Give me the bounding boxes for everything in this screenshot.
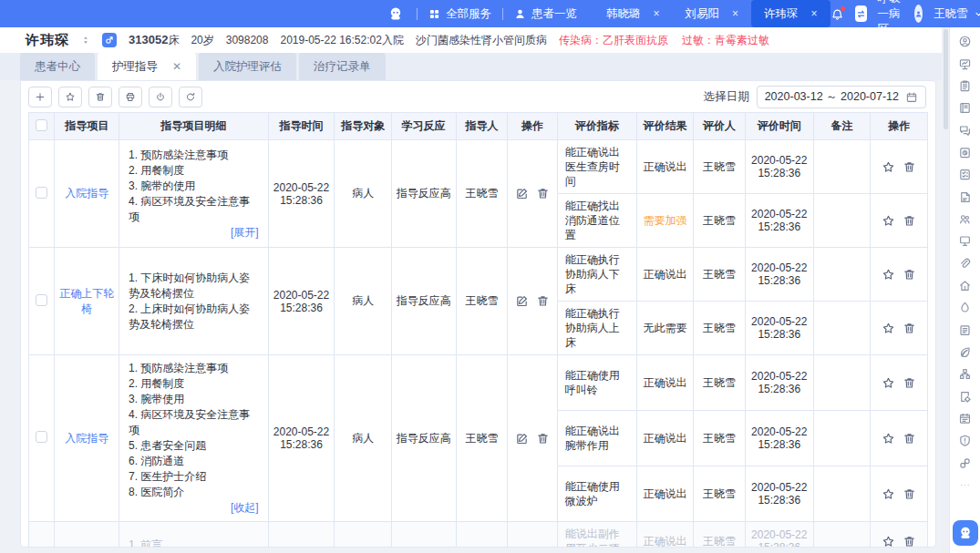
edit-icon[interactable] xyxy=(515,187,529,200)
favorite-icon[interactable] xyxy=(882,268,895,282)
row-checkbox[interactable] xyxy=(36,431,47,443)
close-icon[interactable]: × xyxy=(732,7,738,20)
team-sidebar-button[interactable] xyxy=(958,212,972,226)
project-link[interactable]: 入院指导 xyxy=(65,187,108,200)
row-checkbox[interactable] xyxy=(36,294,47,306)
infectious-disease-alert: 传染病：乙肝表面抗原 xyxy=(559,33,668,48)
doc-gear-sidebar-button[interactable] xyxy=(958,389,972,403)
evaluator-cell: 王晓雪 xyxy=(694,355,746,411)
patient-overview-button[interactable]: 患者一览 xyxy=(514,6,577,22)
shield-alert-sidebar-button[interactable] xyxy=(958,434,972,447)
scrollbar-thumb[interactable] xyxy=(944,29,948,129)
patient-tab[interactable]: 许玮琛× xyxy=(751,0,830,27)
switch-ward-button[interactable] xyxy=(855,5,867,22)
document-tab[interactable]: 患者中心 xyxy=(20,53,95,80)
close-icon[interactable]: × xyxy=(811,7,818,20)
favorite-icon[interactable] xyxy=(882,432,895,445)
power-button[interactable] xyxy=(149,87,172,108)
org-chart-sidebar-button[interactable] xyxy=(958,367,972,381)
eval-time-cell: 2020-05-22 15:28:36 xyxy=(745,466,813,522)
delete-icon[interactable] xyxy=(903,214,916,228)
transfer-doc-sidebar-button[interactable] xyxy=(958,189,972,203)
topbar-right: 呼吸一病区 王晓雪 xyxy=(830,0,980,27)
favorite-icon[interactable] xyxy=(882,214,895,228)
record-clock-sidebar-button[interactable] xyxy=(958,146,972,159)
notebook-sidebar-button[interactable] xyxy=(958,101,972,115)
document-tab[interactable]: 治疗记录单 xyxy=(299,53,386,80)
expand-collapse-link[interactable]: [收起] xyxy=(129,500,259,516)
delete-icon[interactable] xyxy=(903,322,916,335)
instructor-cell: 王晓雪 xyxy=(456,248,508,355)
delete-icon[interactable] xyxy=(903,160,916,174)
select-all-checkbox[interactable] xyxy=(36,119,47,131)
row-checkbox[interactable] xyxy=(36,187,47,199)
patient-switch-sort-icon[interactable] xyxy=(81,35,90,46)
favorite-icon[interactable] xyxy=(882,160,895,174)
clipboard-sidebar-button[interactable] xyxy=(958,79,972,93)
refresh-button[interactable] xyxy=(179,87,202,108)
favorite-icon[interactable] xyxy=(882,487,895,501)
add-button[interactable] xyxy=(28,87,52,108)
chat-messages-sidebar-button[interactable] xyxy=(958,123,972,137)
eval-indicator-cell: 能正确说出医生查房时间 xyxy=(557,140,636,194)
water-drop-sidebar-button[interactable] xyxy=(958,301,972,314)
guidance-row: 入院指导1. 预防感染注意事项2. 用餐制度3. 腕带使用4. 病区环境及安全注… xyxy=(29,355,928,411)
delete-icon[interactable] xyxy=(903,535,916,548)
eval-actions-cell xyxy=(871,194,928,248)
delete-icon[interactable] xyxy=(536,187,550,200)
delete-icon[interactable] xyxy=(903,268,916,282)
project-cell: 正确上下轮椅 xyxy=(55,248,119,355)
patient-record-id: 3098208 xyxy=(226,34,269,46)
home-alert-sidebar-button[interactable] xyxy=(958,279,972,292)
guidance-row: 入院指导1. 预防感染注意事项2. 用餐制度3. 腕带的使用4. 病区环境及安全… xyxy=(29,140,928,194)
monitor-sidebar-button[interactable] xyxy=(958,234,972,248)
close-icon[interactable]: × xyxy=(654,7,660,20)
favorite-button[interactable] xyxy=(58,87,82,108)
instructor-cell: 王晓雪 xyxy=(456,140,508,248)
detail-line: 3. 腕带的使用 xyxy=(129,179,259,194)
print-button[interactable] xyxy=(119,87,142,108)
favorite-icon[interactable] xyxy=(882,376,895,390)
leaf-sidebar-button[interactable] xyxy=(958,345,972,359)
assistant-robot-button[interactable] xyxy=(953,520,978,546)
project-link[interactable]: 正确上下轮椅 xyxy=(59,287,114,315)
close-icon[interactable]: ✕ xyxy=(172,60,181,73)
document-tab-label: 入院护理评估 xyxy=(213,59,282,75)
report-doc-sidebar-button[interactable] xyxy=(958,323,972,336)
favorite-icon[interactable] xyxy=(882,322,895,335)
patient-tab[interactable]: 刘易阳× xyxy=(673,0,752,27)
presentation-board-sidebar-button[interactable] xyxy=(958,56,972,70)
edit-icon[interactable] xyxy=(515,432,529,445)
all-services-button[interactable]: 全部服务 xyxy=(428,6,491,22)
paperclip-sidebar-button[interactable] xyxy=(958,256,972,270)
edit-icon[interactable] xyxy=(515,294,529,308)
task-checklist-sidebar-button[interactable] xyxy=(958,168,972,181)
user-circle-sidebar-button[interactable] xyxy=(958,35,972,48)
favorite-icon[interactable] xyxy=(882,535,895,548)
delete-icon[interactable] xyxy=(536,432,550,445)
patient-tab[interactable]: 韩晓璐× xyxy=(593,0,673,27)
project-link[interactable]: 入院指导 xyxy=(65,432,108,445)
delete-icon[interactable] xyxy=(903,432,916,445)
chain-link-sidebar-button[interactable] xyxy=(958,456,972,469)
expand-collapse-link[interactable]: [展开] xyxy=(129,225,259,241)
eval-indicator-cell: 能正确使用微波炉 xyxy=(557,466,636,522)
more-faded-sidebar-button[interactable] xyxy=(958,478,972,492)
document-tab[interactable]: 护理指导✕ xyxy=(98,53,196,80)
delete-icon[interactable] xyxy=(903,487,916,501)
notifications-bell-button[interactable] xyxy=(830,7,844,21)
guidance-table-wrap: 指导项目指导项目明细指导时间指导对象学习反应指导人操作评价指标评价结果评价人评价… xyxy=(21,112,935,548)
vertical-scrollbar[interactable] xyxy=(942,27,949,553)
delete-icon[interactable] xyxy=(536,294,550,308)
document-tab[interactable]: 入院护理评估 xyxy=(199,53,296,80)
detail-line: 7. 医生护士介绍 xyxy=(129,469,259,485)
delete-button[interactable] xyxy=(88,87,112,108)
delete-icon[interactable] xyxy=(903,376,916,390)
eval-indicator-cell: 能说出副作用至少二项 xyxy=(557,522,636,548)
print-icon xyxy=(125,90,136,104)
calendar-grid-sidebar-button[interactable] xyxy=(958,412,972,425)
user-avatar[interactable] xyxy=(914,5,923,23)
clipboard-icon xyxy=(958,79,972,93)
user-menu[interactable]: 王晓雪 xyxy=(934,6,980,22)
date-range-picker[interactable]: 2020-03-12 ～ 2020-07-12 xyxy=(757,86,926,108)
